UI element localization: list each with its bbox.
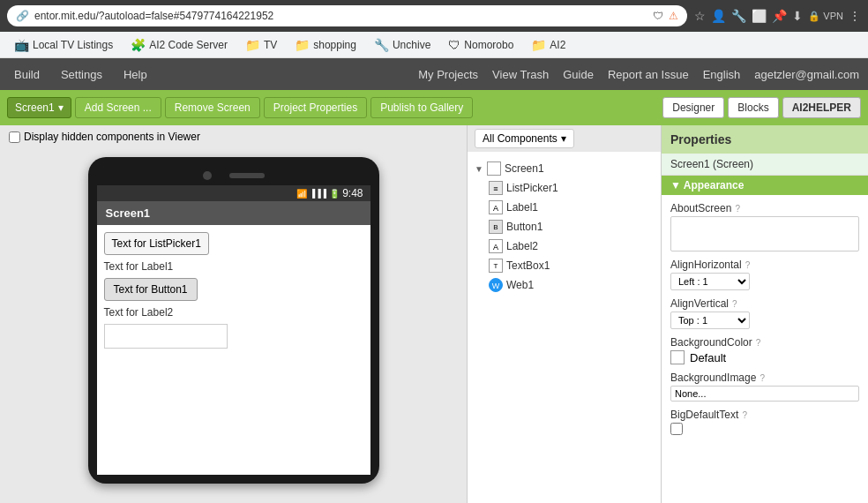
tree-label-label2: Label2 (506, 240, 538, 252)
properties-panel: Properties Screen1 (Screen) ▼ Appearance… (662, 125, 868, 503)
prop-big-text-label: BigDefaultText ? (670, 409, 859, 421)
properties-appearance-section[interactable]: ▼ Appearance (662, 176, 868, 195)
publish-button[interactable]: Publish to Gallery (370, 97, 473, 118)
tree-row-button1[interactable]: B Button1 (471, 217, 657, 236)
prop-background-color: BackgroundColor ? Default (670, 336, 859, 364)
bg-image-input[interactable] (670, 386, 859, 402)
pin-icon[interactable]: 📌 (772, 9, 787, 23)
prop-about-screen: AboutScreen ? (670, 202, 859, 252)
bg-image-help-icon[interactable]: ? (760, 373, 765, 383)
bg-color-swatch[interactable] (670, 350, 685, 364)
clock: 9:48 (342, 187, 363, 199)
align-vertical-help-icon[interactable]: ? (732, 299, 737, 309)
properties-content: AboutScreen ? AlignHorizontal ? Left : 1… (662, 195, 868, 442)
tree-row-label1[interactable]: A Label1 (471, 198, 657, 217)
bookmark-ai2-code[interactable]: 🧩 AI2 Code Server (123, 36, 235, 54)
add-screen-button[interactable]: Add Screen ... (75, 97, 161, 118)
dropdown-arrow-icon: ▾ (561, 132, 566, 145)
nav-user[interactable]: agetzler@gmail.com (754, 68, 859, 81)
extensions-icon[interactable]: 🔧 (731, 9, 746, 23)
prop-about-screen-label: AboutScreen ? (670, 202, 859, 214)
front-camera-icon (203, 171, 212, 180)
tree-label-label1: Label1 (506, 201, 538, 214)
signal-icon: ▐▐▐ (310, 189, 326, 198)
phone-status-icons: 📶 ▐▐▐ 🔋 9:48 (296, 187, 363, 199)
profile-icon[interactable]: 👤 (711, 9, 726, 23)
bookmark-ai2[interactable]: 📁 AI2 (524, 36, 572, 54)
tree-label-web1: Web1 (506, 279, 534, 291)
bookmark-star-icon[interactable]: ☆ (694, 9, 706, 23)
hidden-components-checkbox[interactable] (9, 131, 20, 143)
phone-screen: Screen1 Text for ListPicker1 Text for La… (97, 201, 370, 475)
screen-selector[interactable]: Screen1 ▾ (7, 97, 71, 118)
properties-screen-label: Screen1 (Screen) (662, 154, 868, 176)
blocks-tab[interactable]: Blocks (728, 97, 778, 118)
nav-settings[interactable]: Settings (56, 64, 108, 85)
tree-row-screen1[interactable]: ▼ Screen1 (471, 159, 657, 178)
nav-guide[interactable]: Guide (563, 68, 594, 81)
shield-icon: 🛡 (653, 10, 663, 22)
remove-screen-button[interactable]: Remove Screen (165, 97, 260, 118)
tree-row-listpicker1[interactable]: ≡ ListPicker1 (471, 178, 657, 198)
tree-row-textbox1[interactable]: T TextBox1 (471, 256, 657, 275)
ai2helper-tab[interactable]: AI2HELPER (782, 97, 861, 118)
designer-tab[interactable]: Designer (662, 97, 724, 118)
nav-view-trash[interactable]: View Trash (492, 68, 549, 81)
new-tab-icon[interactable]: ⬜ (752, 9, 767, 23)
download-icon[interactable]: ⬇ (792, 9, 803, 23)
tree-label-listpicker1: ListPicker1 (506, 182, 558, 194)
tree-row-label2[interactable]: A Label2 (471, 236, 657, 256)
nav-help[interactable]: Help (118, 64, 153, 85)
prop-align-horizontal: AlignHorizontal ? Left : 1 Center : 2 Ri… (670, 259, 859, 290)
prop-bg-color-label: BackgroundColor ? (670, 336, 859, 349)
align-horizontal-select[interactable]: Left : 1 Center : 2 Right : 3 (670, 273, 750, 290)
align-vertical-select[interactable]: Top : 1 Center : 2 Bottom : 3 (670, 312, 750, 329)
browser-icons: ☆ 👤 🔧 ⬜ 📌 ⬇ 🔒 VPN ⋮ (694, 9, 861, 23)
project-properties-button[interactable]: Project Properties (264, 97, 367, 118)
nav-english[interactable]: English (703, 68, 741, 81)
align-horizontal-help-icon[interactable]: ? (745, 260, 751, 270)
bookmark-unchive[interactable]: 🔧 Unchive (367, 36, 438, 54)
components-tree: ▼ Screen1 ≡ ListPicker1 A Label1 B Butto… (468, 152, 661, 302)
phone-textbox1[interactable] (104, 324, 228, 349)
prop-align-vertical-label: AlignVertical ? (670, 297, 859, 310)
phone-label1: Text for Label1 (104, 260, 363, 273)
nav-my-projects[interactable]: My Projects (418, 68, 478, 81)
bg-color-row: Default (670, 350, 859, 364)
menu-icon[interactable]: ⋮ (849, 9, 861, 23)
browser-bar: 🔗 entor.mit.edu/?autoload=false#54797741… (0, 0, 868, 32)
textbox1-icon: T (489, 259, 503, 273)
listpicker-icon: ≡ (489, 181, 503, 195)
toolbar: Screen1 ▾ Add Screen ... Remove Screen P… (0, 90, 868, 125)
prop-bg-image-label: BackgroundImage ? (670, 372, 859, 384)
share-icon: 🔗 (16, 10, 29, 22)
tree-label-button1: Button1 (506, 221, 542, 233)
bookmark-local-tv[interactable]: 📺 Local TV Listings (7, 36, 120, 54)
all-components-dropdown[interactable]: All Components ▾ (475, 129, 574, 148)
prop-align-horizontal-label: AlignHorizontal ? (670, 259, 859, 271)
toolbar-right-tabs: Designer Blocks AI2HELPER (662, 97, 861, 118)
bookmark-shopping[interactable]: 📁 shopping (288, 36, 363, 54)
unchive-icon: 🔧 (374, 38, 389, 52)
properties-header: Properties (662, 125, 868, 154)
wifi-icon: 📶 (296, 189, 307, 199)
button1-icon: B (489, 220, 503, 234)
nav-report-issue[interactable]: Report an Issue (608, 68, 689, 81)
bookmark-tv[interactable]: 📁 TV (238, 36, 284, 54)
phone-button1[interactable]: Text for Button1 (104, 278, 198, 301)
bookmark-nomorobo[interactable]: 🛡 Nomorobo (441, 36, 520, 54)
big-default-text-checkbox[interactable] (670, 423, 683, 435)
url-bar[interactable]: 🔗 entor.mit.edu/?autoload=false#54797741… (7, 5, 687, 26)
about-screen-help-icon[interactable]: ? (735, 204, 740, 214)
big-text-help-icon[interactable]: ? (742, 410, 747, 420)
vpn-icon[interactable]: 🔒 VPN (808, 11, 843, 22)
phone-listpicker[interactable]: Text for ListPicker1 (104, 232, 209, 255)
nav-build[interactable]: Build (9, 64, 45, 85)
chevron-down-icon: ▾ (58, 101, 64, 114)
viewer-panel: Display hidden components in Viewer 📶 ▐▐… (0, 125, 468, 503)
tree-row-web1[interactable]: W Web1 (471, 275, 657, 295)
prop-big-default-text: BigDefaultText ? (670, 409, 859, 435)
about-screen-input[interactable] (670, 216, 859, 252)
bg-color-help-icon[interactable]: ? (756, 338, 761, 348)
hidden-components-checkbox-label[interactable]: Display hidden components in Viewer (9, 131, 200, 143)
